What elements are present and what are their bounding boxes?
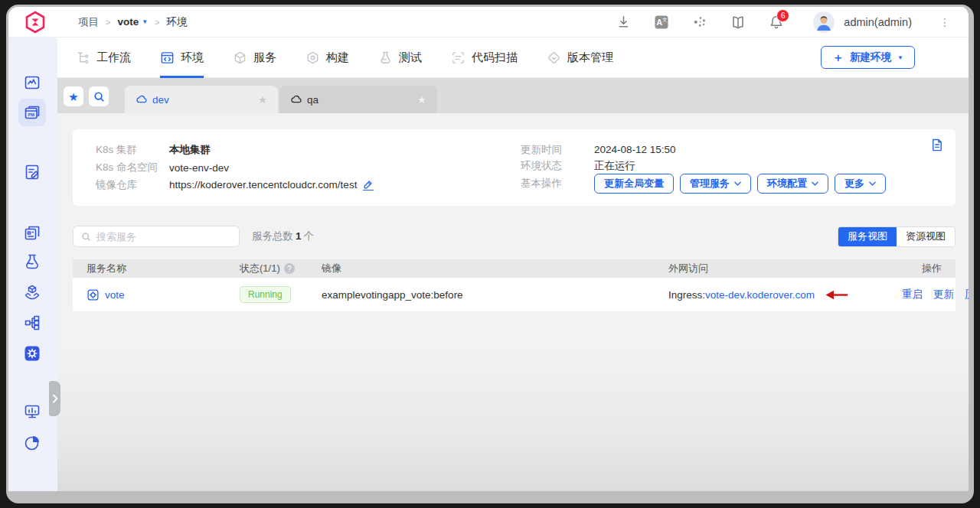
service-search-field[interactable] — [73, 226, 240, 247]
flask-icon — [378, 50, 393, 65]
download-icon[interactable] — [616, 15, 631, 29]
build-cube-icon — [305, 50, 320, 65]
sidebar-item-ops-monitor[interactable] — [18, 398, 46, 425]
header-status-label: 状态(1/1) — [240, 262, 280, 275]
environment-content: K8s 集群 本地集群 K8s 命名空间 vote-env-dev 镜像仓库 h… — [57, 113, 969, 491]
sidebar-item-artifacts[interactable] — [18, 278, 46, 306]
chevron-down-icon — [812, 181, 818, 186]
service-icon — [87, 288, 100, 301]
manage-services-button[interactable]: 管理服务 — [680, 174, 751, 194]
user-menu[interactable]: admin(admin) — [813, 11, 912, 33]
tab-services[interactable]: 服务 — [233, 37, 276, 78]
field-label: 镜像仓库 — [96, 178, 169, 192]
ingress-link[interactable]: vote-dev.koderover.com — [705, 289, 815, 301]
service-table: 服务名称 状态(1/1) ? 镜像 外网访问 操作 — [73, 259, 956, 312]
breadcrumb-separator: > — [155, 18, 159, 27]
app-window: 项目 > vote ▼ > 环境 A 文 — [6, 5, 974, 503]
button-label: 环境配置 — [767, 177, 807, 190]
env-tab-dev[interactable]: dev ★ — [125, 86, 278, 113]
environment-tab-strip: ★ dev ★ — [57, 78, 969, 113]
env-status-value: 正在运行 — [594, 159, 635, 173]
env-search-button[interactable] — [89, 86, 109, 106]
env-tab-label: qa — [307, 94, 318, 106]
update-global-vars-button[interactable]: 更新全局变量 — [594, 174, 674, 194]
tab-releases[interactable]: 版本管理 — [547, 37, 613, 78]
service-search-input[interactable] — [96, 231, 231, 243]
external-access-cell: Ingress: vote-dev.koderover.com — [668, 289, 902, 301]
total-count: 1 — [296, 230, 302, 242]
sidebar-collapse-handle[interactable] — [49, 381, 60, 416]
sidebar-item-settings[interactable] — [18, 340, 46, 367]
tab-builds[interactable]: 构建 — [305, 37, 349, 78]
tab-label: 工作流 — [96, 50, 131, 65]
search-icon — [93, 91, 105, 103]
header-image: 镜像 — [322, 262, 668, 275]
breadcrumb-page: 环境 — [167, 15, 188, 29]
project-nav: 工作流 环境 — [57, 37, 969, 78]
sidebar-item-resources[interactable] — [18, 309, 46, 337]
chevron-down-icon: ▼ — [897, 54, 903, 61]
top-bar: 项目 > vote ▼ > 环境 A 文 — [8, 7, 969, 37]
tab-tests[interactable]: 测试 — [378, 37, 422, 78]
env-config-button[interactable]: 环境配置 — [757, 174, 828, 194]
breadcrumb-project-dropdown[interactable]: vote ▼ — [117, 16, 148, 28]
service-name-link[interactable]: vote — [87, 288, 240, 301]
more-actions-button[interactable]: 更多 — [835, 174, 886, 194]
service-view-toggle[interactable]: 服务视图 — [838, 227, 897, 246]
service-name-label: vote — [105, 289, 125, 301]
user-name: admin(admin) — [844, 16, 912, 28]
new-environment-button[interactable]: ＋ 新建环境 ▼ — [821, 46, 915, 69]
tab-label: 构建 — [326, 50, 349, 65]
header-status: 状态(1/1) ? — [240, 262, 322, 275]
namespace-value: vote-env-dev — [169, 162, 229, 174]
tab-code-scan[interactable]: 代码扫描 — [451, 37, 518, 78]
help-icon[interactable]: ? — [284, 263, 295, 274]
tab-workflows[interactable]: 工作流 — [76, 37, 131, 78]
ai-dots-icon[interactable] — [692, 15, 707, 30]
svg-text:PM: PM — [28, 112, 35, 117]
sidebar-item-test-center[interactable] — [18, 248, 46, 275]
breadcrumb-separator: > — [106, 18, 110, 27]
restart-action[interactable]: 重启 — [902, 288, 923, 301]
header-service-name: 服务名称 — [87, 262, 240, 275]
chevron-down-icon — [734, 181, 741, 186]
kebab-menu-icon[interactable]: ⋮ — [939, 16, 950, 28]
tab-label: 测试 — [399, 50, 422, 65]
table-row: vote Running examplevotingapp_vote:befor… — [73, 278, 956, 312]
history-action[interactable]: 历史版本 — [965, 288, 974, 301]
annotation-arrow-icon — [825, 290, 848, 300]
edit-registry-icon[interactable] — [363, 179, 374, 190]
ingress-prefix: Ingress: — [668, 289, 705, 301]
env-tab-label: dev — [152, 94, 169, 106]
sidebar: PM — [8, 37, 57, 491]
tab-label: 环境 — [181, 50, 204, 65]
docs-icon[interactable] — [730, 15, 746, 30]
tab-environments[interactable]: 环境 — [160, 37, 204, 78]
sidebar-item-release-plan[interactable] — [18, 158, 46, 186]
sidebar-item-data-insight[interactable] — [18, 429, 46, 457]
sidebar-item-delivery[interactable] — [18, 220, 46, 247]
star-icon[interactable]: ★ — [258, 94, 267, 106]
star-icon[interactable]: ★ — [417, 94, 426, 106]
field-label: K8s 集群 — [96, 143, 169, 157]
avatar — [813, 11, 835, 33]
translate-icon[interactable]: A 文 — [654, 15, 669, 30]
sidebar-item-dashboard[interactable] — [18, 69, 46, 96]
notification-badge: 6 — [776, 9, 789, 22]
new-environment-label: 新建环境 — [850, 50, 891, 64]
breadcrumb-section[interactable]: 项目 — [78, 15, 99, 29]
env-tab-qa[interactable]: qa ★ — [279, 86, 437, 113]
header-external-access: 外网访问 — [668, 262, 902, 275]
tab-label: 版本管理 — [567, 50, 613, 65]
registry-value: https://koderover.tencentcloudcr.com/tes… — [169, 179, 357, 190]
tab-label: 服务 — [253, 50, 276, 65]
sidebar-item-projects[interactable]: PM — [18, 99, 46, 126]
zadig-logo-icon[interactable] — [23, 10, 47, 34]
update-action[interactable]: 更新 — [933, 288, 954, 301]
button-label: 更多 — [844, 177, 864, 190]
field-label: 基本操作 — [521, 177, 594, 190]
env-doc-icon[interactable] — [931, 138, 943, 155]
resource-view-toggle[interactable]: 资源视图 — [897, 227, 955, 246]
favorite-filter-button[interactable]: ★ — [64, 86, 83, 106]
bell-icon[interactable]: 6 — [769, 15, 784, 30]
